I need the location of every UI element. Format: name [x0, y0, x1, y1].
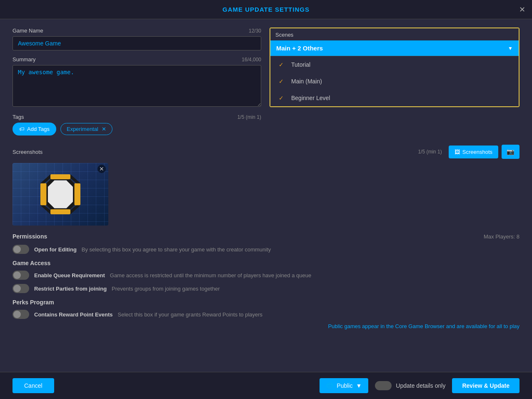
screenshots-controls: 1/5 (min 1) 🖼 Screenshots 📷	[418, 145, 520, 159]
close-button[interactable]: ✕	[519, 5, 525, 14]
modal-header: GAME UPDATE SETTINGS ✕	[0, 0, 532, 19]
enable-queue-label: Enable Queue Requirement	[34, 272, 105, 279]
visibility-label: Public	[337, 382, 352, 389]
enable-queue-toggle[interactable]	[12, 271, 29, 280]
image-icon: 🖼	[455, 149, 460, 155]
permissions-header: Permissions Max Players: 8	[12, 233, 520, 240]
screenshots-btn-label: Screenshots	[462, 149, 492, 155]
chevron-down-icon: ▼	[508, 45, 513, 51]
restrict-parties-desc: Prevents groups from joining games toget…	[112, 286, 220, 292]
scenes-dropdown-wrapper: Scenes Main + 2 Others ▼ ✓ Tutorial ✓ Ma…	[270, 28, 520, 107]
svg-marker-1	[48, 180, 73, 208]
scenes-selected-value: Main + 2 Others	[276, 45, 323, 52]
screenshot-thumbnail: ✕	[12, 163, 108, 226]
game-name-counter: 12/30	[249, 28, 261, 34]
reward-points-label: Contains Reward Point Events	[34, 311, 113, 318]
restrict-parties-row: Restrict Parties from joining Prevents g…	[12, 284, 520, 293]
review-update-button[interactable]: Review & Update	[452, 378, 520, 393]
reward-points-toggle[interactable]	[12, 310, 29, 319]
enable-queue-desc: Game access is restricted until the mini…	[110, 272, 311, 279]
tags-section: Tags 1/5 (min 1) 🏷 Add Tags Experimental…	[12, 114, 261, 136]
check-icon: ✓	[279, 61, 285, 68]
open-for-editing-desc: By selecting this box you agree to share…	[82, 246, 271, 253]
scene-item-tutorial[interactable]: ✓ Tutorial	[270, 56, 519, 73]
modal-title: GAME UPDATE SETTINGS	[222, 6, 310, 13]
camera-icon: 📷	[507, 148, 515, 155]
tags-row: 🏷 Add Tags Experimental ✕	[12, 123, 261, 136]
permissions-section: Permissions Max Players: 8 Open for Edit…	[12, 233, 520, 254]
screenshots-upload-button[interactable]: 🖼 Screenshots	[449, 146, 498, 158]
scene-item-beginner[interactable]: ✓ Beginner Level	[270, 90, 519, 106]
enable-queue-row: Enable Queue Requirement Game access is …	[12, 271, 520, 280]
summary-label-row: Summary 16/4,000	[12, 56, 261, 63]
visibility-chevron-icon: ▼	[356, 382, 362, 389]
scene-name: Tutorial	[291, 61, 310, 68]
visibility-dropdown[interactable]: 🌐 Public ▼	[320, 378, 368, 393]
scenes-dropdown-list: ✓ Tutorial ✓ Main (Main) ✓ Beginner Leve…	[270, 56, 519, 106]
game-access-label: Game Access	[12, 260, 520, 266]
open-for-editing-label: Open for Editing	[34, 246, 77, 253]
cancel-button[interactable]: Cancel	[12, 378, 54, 393]
svg-rect-5	[75, 183, 80, 206]
scene-name: Beginner Level	[291, 95, 330, 101]
game-name-input[interactable]	[12, 36, 261, 50]
restrict-parties-toggle[interactable]	[12, 284, 29, 293]
add-tags-icon: 🏷	[19, 126, 25, 132]
screenshots-section: Screenshots 1/5 (min 1) 🖼 Screenshots 📷	[12, 145, 520, 226]
summary-counter: 16/4,000	[242, 57, 261, 63]
update-details-row: Update details only	[375, 381, 445, 390]
screenshots-header: Screenshots 1/5 (min 1) 🖼 Screenshots 📷	[12, 145, 520, 159]
perks-label: Perks Program	[12, 299, 520, 306]
restrict-parties-label: Restrict Parties from joining	[34, 286, 107, 292]
reward-points-desc: Select this box if your game grants Rewa…	[118, 311, 263, 318]
screenshots-count: 1/5 (min 1)	[418, 149, 442, 155]
modal-body: Game Name 12/30 Summary 16/4,000	[0, 19, 532, 372]
screenshots-label: Screenshots	[12, 149, 42, 155]
open-for-editing-toggle[interactable]	[12, 245, 29, 254]
svg-rect-4	[40, 183, 46, 206]
game-access-section: Game Access Enable Queue Requirement Gam…	[12, 260, 520, 293]
camera-button[interactable]: 📷	[502, 145, 520, 159]
public-info-text: Public games appear in the Core Game Bro…	[12, 323, 520, 329]
game-name-field: Game Name 12/30	[12, 28, 261, 50]
tag-experimental: Experimental ✕	[60, 123, 112, 135]
tag-remove-button[interactable]: ✕	[102, 126, 106, 132]
scene-name: Main (Main)	[291, 78, 322, 85]
svg-rect-3	[50, 209, 70, 214]
tags-counter: 1/5 (min 1)	[237, 114, 261, 120]
check-icon: ✓	[279, 78, 285, 85]
scene-item-main[interactable]: ✓ Main (Main)	[270, 73, 519, 90]
max-players: Max Players: 8	[484, 233, 520, 240]
check-icon: ✓	[279, 95, 285, 101]
update-details-label: Update details only	[396, 382, 445, 389]
screenshot-image	[35, 169, 85, 219]
reward-points-row: Contains Reward Point Events Select this…	[12, 310, 520, 319]
add-tags-button[interactable]: 🏷 Add Tags	[12, 123, 56, 136]
game-update-settings-modal: GAME UPDATE SETTINGS ✕ Game Name 12/30	[0, 0, 532, 399]
add-tags-label: Add Tags	[27, 126, 50, 132]
open-for-editing-row: Open for Editing By selecting this box y…	[12, 245, 520, 254]
game-name-label: Game Name	[12, 28, 43, 34]
tags-label: Tags	[12, 114, 24, 120]
permissions-label: Permissions	[12, 233, 47, 240]
footer-right: 🌐 Public ▼ Update details only Review & …	[320, 378, 520, 393]
svg-rect-2	[50, 174, 70, 179]
summary-input[interactable]	[12, 65, 261, 107]
update-details-toggle[interactable]	[375, 381, 392, 390]
scenes-label: Scenes	[270, 28, 519, 40]
summary-field: Summary 16/4,000	[12, 56, 261, 108]
scenes-selected-button[interactable]: Main + 2 Others ▼	[270, 40, 519, 56]
globe-icon: 🌐	[326, 382, 333, 389]
screenshots-list: ✕	[12, 163, 520, 226]
screenshot-remove-button[interactable]: ✕	[97, 165, 106, 173]
scenes-section: Scenes Main + 2 Others ▼ ✓ Tutorial ✓ Ma…	[270, 28, 520, 138]
perks-section: Perks Program Contains Reward Point Even…	[12, 299, 520, 319]
left-fields: Game Name 12/30 Summary 16/4,000	[12, 28, 261, 138]
tags-label-row: Tags 1/5 (min 1)	[12, 114, 261, 120]
game-name-label-row: Game Name 12/30	[12, 28, 261, 34]
modal-footer: Cancel 🌐 Public ▼ Update details only Re…	[0, 372, 532, 399]
tag-name: Experimental	[67, 126, 98, 132]
summary-label: Summary	[12, 56, 36, 63]
